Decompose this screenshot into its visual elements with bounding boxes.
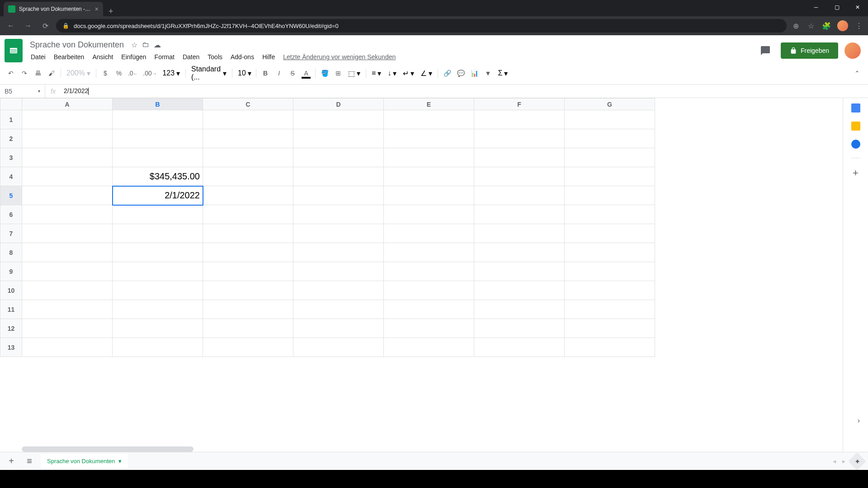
cell-B13[interactable]: [113, 338, 203, 357]
col-header-G[interactable]: G: [565, 99, 655, 110]
cell-A5[interactable]: [22, 186, 113, 205]
menu-tools[interactable]: Tools: [204, 52, 226, 62]
cell-A10[interactable]: [22, 281, 113, 300]
cell-F6[interactable]: [474, 205, 565, 224]
horizontal-scrollbar[interactable]: [22, 446, 193, 452]
cell-G8[interactable]: [565, 243, 655, 262]
cell-B4[interactable]: $345,435.00: [113, 167, 203, 186]
paint-format-button[interactable]: 🖌: [45, 67, 58, 80]
formula-input[interactable]: 2/1/2022: [61, 87, 868, 95]
cell-E10[interactable]: [384, 281, 474, 300]
cell-D4[interactable]: [293, 167, 384, 186]
cell-G13[interactable]: [565, 338, 655, 357]
cell-B7[interactable]: [113, 224, 203, 243]
cell-C3[interactable]: [203, 148, 293, 167]
cell-C4[interactable]: [203, 167, 293, 186]
bookmark-icon[interactable]: ☆: [807, 21, 816, 30]
cell-E12[interactable]: [384, 319, 474, 338]
add-sheet-button[interactable]: +: [5, 456, 18, 466]
cell-D12[interactable]: [293, 319, 384, 338]
comments-button[interactable]: [756, 42, 774, 60]
cell-A1[interactable]: [22, 110, 113, 129]
cell-B8[interactable]: [113, 243, 203, 262]
cell-F9[interactable]: [474, 262, 565, 281]
cell-G6[interactable]: [565, 205, 655, 224]
zoom-dropdown[interactable]: 200% ▾: [64, 69, 93, 78]
last-edit-link[interactable]: Letzte Änderung vor wenigen Sekunden: [279, 52, 399, 62]
decrease-decimal-button[interactable]: .0←: [126, 67, 140, 80]
star-icon[interactable]: ☆: [131, 41, 137, 49]
cell-B2[interactable]: [113, 129, 203, 148]
cell-D3[interactable]: [293, 148, 384, 167]
col-header-F[interactable]: F: [474, 99, 565, 110]
cell-C8[interactable]: [203, 243, 293, 262]
cell-C7[interactable]: [203, 224, 293, 243]
row-header-9[interactable]: 9: [0, 262, 22, 281]
grid-main[interactable]: A B C D E F G 1 2 3 4$345,435.00 52/1/20…: [0, 98, 843, 452]
menu-help[interactable]: Hilfe: [259, 52, 278, 62]
calendar-addon-icon[interactable]: [851, 103, 860, 113]
profile-avatar-icon[interactable]: [837, 20, 848, 31]
cell-A13[interactable]: [22, 338, 113, 357]
cell-E1[interactable]: [384, 110, 474, 129]
browser-tab[interactable]: Sprache von Dokumenten - Goo... ×: [4, 2, 103, 16]
cell-B1[interactable]: [113, 110, 203, 129]
currency-button[interactable]: $: [99, 67, 112, 80]
menu-insert[interactable]: Einfügen: [118, 52, 150, 62]
cell-E11[interactable]: [384, 300, 474, 319]
cell-F4[interactable]: [474, 167, 565, 186]
cell-E3[interactable]: [384, 148, 474, 167]
increase-decimal-button[interactable]: .00→: [141, 67, 159, 80]
hide-side-panel-button[interactable]: ›: [858, 417, 860, 425]
font-size-dropdown[interactable]: 10 ▾: [235, 69, 253, 78]
chart-button[interactable]: 📊: [468, 67, 481, 80]
cell-D2[interactable]: [293, 129, 384, 148]
rotate-button[interactable]: ∠ ▾: [418, 69, 435, 78]
zoom-icon[interactable]: ⊕: [791, 21, 800, 30]
v-align-button[interactable]: ↓ ▾: [385, 69, 399, 78]
cell-C1[interactable]: [203, 110, 293, 129]
forward-button[interactable]: →: [22, 22, 34, 30]
close-window-button[interactable]: ✕: [847, 0, 868, 14]
row-header-3[interactable]: 3: [0, 148, 22, 167]
cell-E6[interactable]: [384, 205, 474, 224]
extensions-icon[interactable]: 🧩: [822, 21, 831, 30]
cell-B10[interactable]: [113, 281, 203, 300]
cell-E2[interactable]: [384, 129, 474, 148]
menu-addons[interactable]: Add-ons: [227, 52, 258, 62]
cell-F2[interactable]: [474, 129, 565, 148]
doc-title[interactable]: Sprache von Dokumenten: [27, 39, 127, 51]
col-header-B[interactable]: B: [113, 99, 203, 110]
menu-edit[interactable]: Bearbeiten: [50, 52, 88, 62]
cell-D10[interactable]: [293, 281, 384, 300]
row-header-2[interactable]: 2: [0, 129, 22, 148]
cell-D5[interactable]: [293, 186, 384, 205]
cell-E5[interactable]: [384, 186, 474, 205]
undo-button[interactable]: ↶: [5, 67, 17, 80]
sheets-logo-icon[interactable]: [5, 39, 23, 62]
cell-A12[interactable]: [22, 319, 113, 338]
cell-B9[interactable]: [113, 262, 203, 281]
cell-D7[interactable]: [293, 224, 384, 243]
maximize-button[interactable]: ▢: [826, 0, 847, 14]
cell-A6[interactable]: [22, 205, 113, 224]
add-addon-button[interactable]: +: [853, 167, 859, 179]
cell-B5[interactable]: 2/1/2022: [113, 186, 203, 205]
tab-close-icon[interactable]: ×: [95, 5, 99, 13]
cell-F1[interactable]: [474, 110, 565, 129]
cell-D11[interactable]: [293, 300, 384, 319]
all-sheets-button[interactable]: ≡: [23, 456, 36, 466]
wrap-button[interactable]: ↵ ▾: [400, 69, 417, 78]
strikethrough-button[interactable]: S: [286, 67, 299, 80]
tasks-addon-icon[interactable]: [851, 140, 860, 149]
functions-button[interactable]: Σ ▾: [495, 69, 510, 78]
cell-A9[interactable]: [22, 262, 113, 281]
row-header-6[interactable]: 6: [0, 205, 22, 224]
sheet-tab[interactable]: Sprache von Dokumenten ▾: [41, 454, 128, 468]
h-align-button[interactable]: ≡ ▾: [369, 69, 384, 78]
reload-button[interactable]: ⟳: [39, 22, 52, 30]
cell-A8[interactable]: [22, 243, 113, 262]
cell-E8[interactable]: [384, 243, 474, 262]
cell-D6[interactable]: [293, 205, 384, 224]
col-header-A[interactable]: A: [22, 99, 113, 110]
